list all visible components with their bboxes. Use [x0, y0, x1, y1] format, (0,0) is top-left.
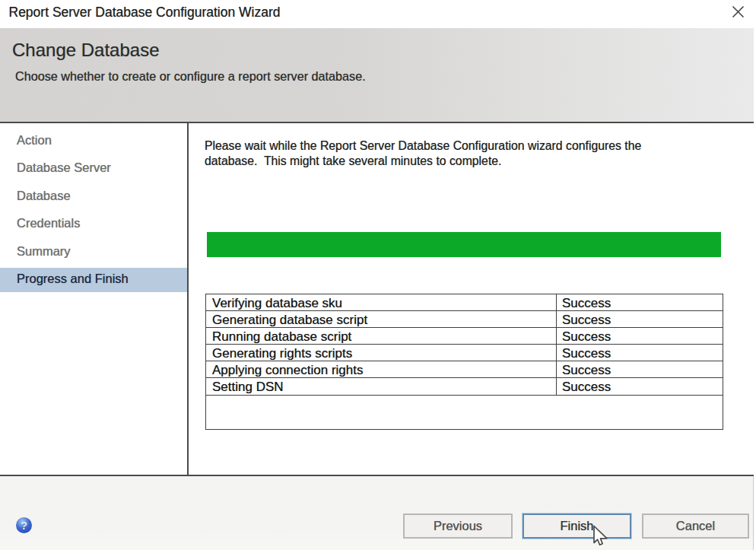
svg-text:?: ? — [21, 519, 27, 532]
